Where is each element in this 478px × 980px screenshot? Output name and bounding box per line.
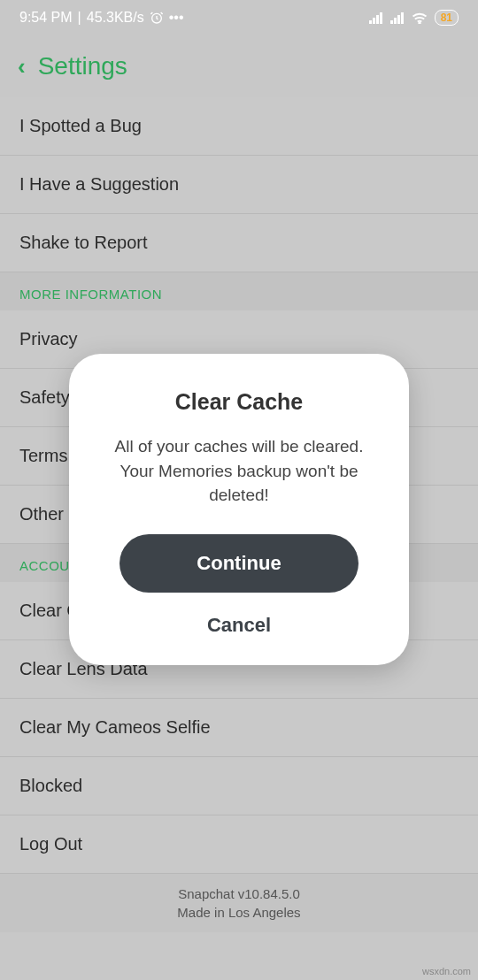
dialog-body: All of your caches will be cleared. Your… [96, 434, 382, 508]
watermark: wsxdn.com [422, 966, 471, 976]
clear-cache-dialog: Clear Cache All of your caches will be c… [69, 354, 409, 665]
cancel-button[interactable]: Cancel [207, 614, 271, 637]
continue-button[interactable]: Continue [120, 534, 358, 593]
dialog-title: Clear Cache [96, 389, 382, 415]
modal-overlay[interactable]: Clear Cache All of your caches will be c… [0, 0, 478, 980]
